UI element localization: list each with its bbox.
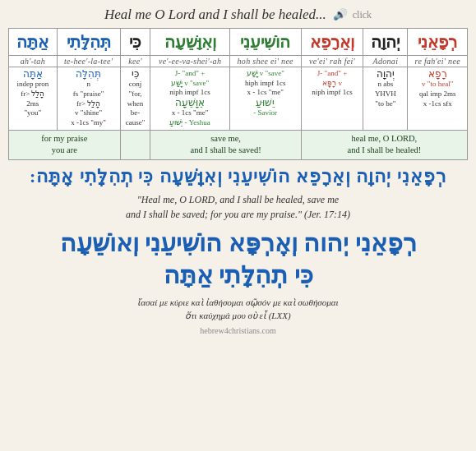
analysis-text-3b: "for,: [124, 90, 147, 99]
heb-word-8: רְפָאֵנִי: [418, 33, 457, 51]
summary-4: heal me, O LORD,and I shall be healed!: [301, 130, 467, 159]
translit-6: ve'ei' rah fei': [301, 56, 363, 67]
heb-col5: הוֹשִׁיעֵנִי: [229, 29, 301, 56]
analysis-text-8a: v "to heal": [411, 80, 464, 90]
heb-col1: אַתָּה: [9, 29, 58, 56]
analysis-heb-3: כִּי: [124, 69, 147, 80]
english-translation: "Heal me, O LORD, and I shall be healed,…: [8, 192, 468, 222]
analysis-text-4b: יָשַׁע v "save": [154, 79, 225, 89]
heb-word-5: הוֹשִׁיעֵנִי: [240, 33, 290, 51]
heb-col6: וְאֵרָפֵא: [301, 29, 363, 56]
translit-4: ve'-ee-va-shei'-ah: [150, 56, 229, 67]
summary-2: [120, 130, 150, 159]
translit-5: hoh shee ei' nee: [229, 56, 301, 67]
heb-col2: תְּהִלָּתִי: [57, 29, 120, 56]
analysis-text-2d: v "shine": [61, 108, 117, 118]
analysis-heb-1: אַתָּה: [12, 69, 53, 80]
analysis-text-1a: indep pron: [12, 80, 53, 90]
analysis-text-6c: niph impf 1cs: [305, 88, 360, 98]
analysis-text-7b: YHVH: [367, 90, 404, 99]
analysis-heb-5: יֵשׁוּעַ: [233, 98, 298, 108]
analysis-text-2b: fs "praise": [61, 90, 117, 99]
heb-word-6: וְאֵרָפֵא: [310, 33, 354, 51]
analysis-text-4e: יֵשׁוּעַ - Yeshua: [154, 118, 225, 128]
analysis-col7: יְהוָה n abs YHVH "to be": [363, 67, 408, 131]
translit-row: ah'-tah te-hee'-la-tee' kee' ve'-ee-va-s…: [9, 56, 468, 67]
translit-8: re fah'ei' nee: [408, 56, 468, 67]
analysis-col6: J- "and" + רָפָא v niph impf 1cs: [301, 67, 363, 131]
translit-3: kee': [120, 56, 150, 67]
greek-text: ἴασαί με κύριε καὶ ἰαθήσομαι σῷσόν με κα…: [8, 296, 468, 323]
summary-3: save me,and I shall be saved!: [150, 130, 301, 159]
translit-2: te-hee'-la-tee': [57, 56, 120, 67]
large-hebrew-line2: כִּי תְהִלָּתִי אַתָּה: [8, 259, 468, 291]
analysis-text-8c: x -1cs sfx: [411, 99, 464, 109]
page-title: Heal me O Lord and I shall be healed...: [104, 7, 326, 23]
heb-word-4: וְאִוָּשֵׁעָה: [164, 33, 216, 51]
analysis-col3: כִּי conj "for, when be- cause": [120, 67, 150, 131]
page-container: Heal me O Lord and I shall be healed... …: [0, 0, 476, 342]
analysis-text-2a: n: [61, 80, 117, 90]
footer: hebrew4christians.com: [8, 326, 468, 335]
analysis-text-1b: fr> הָלַל: [12, 90, 53, 99]
analysis-text-8b: qal imp 2ms: [411, 90, 464, 99]
analysis-text-1c: 2ms: [12, 99, 53, 109]
heb-col4: וְאִוָּשֵׁעָה: [150, 29, 229, 56]
analysis-text-3d: be-: [124, 108, 147, 118]
analysis-text-3e: cause": [124, 118, 147, 128]
analysis-col2: תְּהִלָּה n fs "praise" fr> הָלַל v "shi…: [57, 67, 120, 131]
analysis-text-7a: n abs: [367, 80, 404, 90]
heb-word-7: יְהוָה: [371, 33, 400, 51]
analysis-row: אַתָּה indep pron fr> הָלַל 2ms "you" תְ…: [9, 67, 468, 131]
heb-col3: כִּי: [120, 29, 150, 56]
translit-1: ah'-tah: [9, 56, 58, 67]
analysis-col8: רָפָא v "to heal" qal imp 2ms x -1cs sfx: [408, 67, 468, 131]
audio-icon[interactable]: 🔊: [333, 8, 346, 21]
large-hebrew-line1: רְפָאֵנִי יְהוה וְאֶרְפָּא הוֹשִׁיעֵנִי …: [8, 227, 468, 259]
analysis-heb-8: רָפָא: [411, 69, 464, 80]
heb-col7: יְהוָה: [363, 29, 408, 56]
analysis-text-1d: "you": [12, 108, 53, 118]
analysis-text-4a: J- "and" +: [154, 69, 225, 79]
analysis-text-6b: רָפָא v: [305, 79, 360, 89]
analysis-text-3c: when: [124, 99, 147, 109]
analysis-col5: יָשַׁע v "save" hiph impf 1cs x - 1cs "m…: [229, 67, 301, 131]
heb-col8: רְפָאֵנִי: [408, 29, 468, 56]
analysis-heb-2: תְּהִלָּה: [61, 69, 117, 80]
analysis-text-7c: "to be": [367, 99, 404, 109]
analysis-text-6a: J- "and" +: [305, 69, 360, 79]
translation-text: "Heal me, O LORD, and I shall be healed,…: [126, 194, 350, 220]
analysis-text-5b: hiph impf 1cs: [233, 79, 298, 89]
analysis-heb-7: יְהוָה: [367, 69, 404, 80]
full-hebrew-verse: רְפָאֵנִי יְהוָה וְאֵרָפֵא הוֹשִׁיעֵנִי …: [8, 165, 468, 189]
analysis-text-5d: - Savior: [233, 108, 298, 118]
word-table: אַתָּה תְּהִלָּתִי כִּי וְאִוָּשֵׁעָה הו…: [8, 28, 468, 160]
analysis-col1: אַתָּה indep pron fr> הָלַל 2ms "you": [9, 67, 58, 131]
analysis-text-2c: fr> הָלַל: [61, 99, 117, 109]
translit-7: Adonai: [363, 56, 408, 67]
analysis-heb-4: אֵוָּשֵׁעָה: [154, 98, 225, 108]
heb-word-1: אַתָּה: [16, 33, 49, 51]
summary-1: for my praiseyou are: [9, 130, 121, 159]
hebrew-header-row: אַתָּה תְּהִלָּתִי כִּי וְאִוָּשֵׁעָה הו…: [9, 29, 468, 56]
analysis-text-2e: x -1cs "my": [61, 118, 117, 128]
heb-word-3: כִּי: [129, 33, 141, 51]
title-row: Heal me O Lord and I shall be healed... …: [8, 7, 468, 23]
large-hebrew: רְפָאֵנִי יְהוה וְאֶרְפָּא הוֹשִׁיעֵנִי …: [8, 227, 468, 291]
click-label[interactable]: click: [353, 9, 372, 21]
analysis-text-5a: יָשַׁע v "save": [233, 69, 298, 79]
heb-word-2: תְּהִלָּתִי: [67, 33, 111, 51]
analysis-text-3a: conj: [124, 80, 147, 90]
analysis-col4: J- "and" + יָשַׁע v "save" niph impf 1cs…: [150, 67, 229, 131]
analysis-text-4d: x - 1cs "me": [154, 108, 225, 118]
summary-row: for my praiseyou are save me,and I shall…: [9, 130, 468, 159]
